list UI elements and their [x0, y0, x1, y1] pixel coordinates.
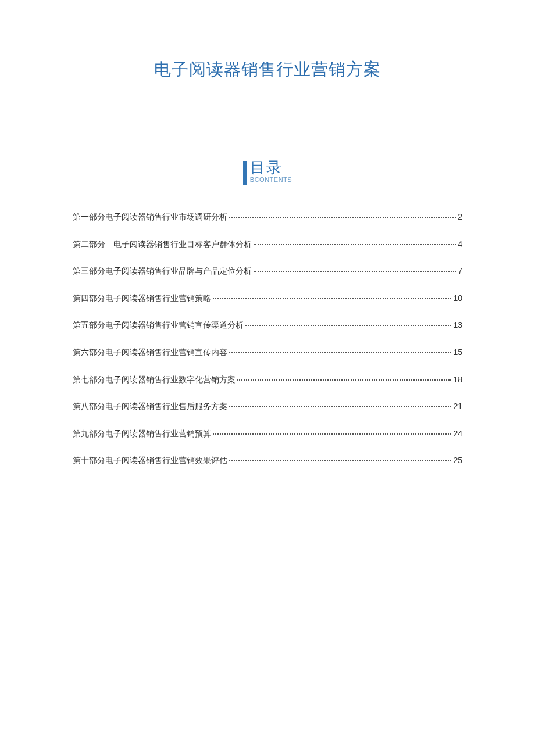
toc-item: 第六部分电子阅读器销售行业营销宣传内容 15 — [73, 347, 462, 359]
toc-sublabel: BCONTENTS — [250, 176, 292, 183]
document-page: 电子阅读器销售行业营销方案 目录 BCONTENTS 第一部分电子阅读器销售行业… — [0, 0, 535, 467]
toc-item: 第五部分电子阅读器销售行业营销宣传渠道分析 13 — [73, 320, 462, 331]
toc-item-text: 第一部分电子阅读器销售行业市场调研分析 — [73, 212, 227, 223]
toc-item-page: 15 — [453, 347, 462, 359]
toc-item-page: 18 — [453, 374, 462, 386]
toc-item: 第一部分电子阅读器销售行业市场调研分析 2 — [73, 212, 462, 223]
toc-leader-dots — [213, 433, 451, 435]
toc-item-page: 10 — [453, 293, 462, 304]
toc-item-text: 第五部分电子阅读器销售行业营销宣传渠道分析 — [73, 320, 244, 331]
toc-leader-dots — [254, 244, 456, 245]
toc-item: 第九部分电子阅读器销售行业营销预算 24 — [73, 428, 462, 440]
toc-accent-bar — [243, 161, 247, 185]
toc-leader-dots — [237, 379, 451, 381]
toc-label-group: 目录 BCONTENTS — [250, 160, 292, 183]
toc-item-page: 25 — [453, 455, 462, 467]
toc-item: 第二部分 电子阅读器销售行业目标客户群体分析 4 — [73, 239, 462, 250]
toc-item-page: 24 — [453, 428, 462, 440]
toc-label: 目录 — [250, 160, 283, 175]
toc-item: 第七部分电子阅读器销售行业数字化营销方案 18 — [73, 374, 462, 386]
toc-leader-dots — [229, 217, 456, 218]
page-title: 电子阅读器销售行业营销方案 — [73, 58, 462, 81]
toc-item: 第十部分电子阅读器销售行业营销效果评估 25 — [73, 455, 462, 467]
toc-item-text: 第八部分电子阅读器销售行业售后服务方案 — [73, 401, 227, 413]
toc-leader-dots — [254, 271, 456, 272]
toc-item-page: 13 — [453, 320, 462, 331]
toc-header: 目录 BCONTENTS — [73, 160, 462, 185]
toc-list: 第一部分电子阅读器销售行业市场调研分析 2 第二部分 电子阅读器销售行业目标客户… — [73, 212, 462, 467]
toc-item: 第八部分电子阅读器销售行业售后服务方案 21 — [73, 401, 462, 413]
toc-item-page: 2 — [458, 212, 462, 223]
toc-leader-dots — [245, 325, 451, 326]
toc-item-text: 第三部分电子阅读器销售行业品牌与产品定位分析 — [73, 266, 252, 277]
toc-item-text: 第九部分电子阅读器销售行业营销预算 — [73, 428, 211, 440]
toc-item-text: 第六部分电子阅读器销售行业营销宣传内容 — [73, 347, 227, 359]
toc-leader-dots — [229, 460, 451, 461]
toc-leader-dots — [229, 352, 451, 353]
toc-item-text: 第二部分 电子阅读器销售行业目标客户群体分析 — [73, 239, 252, 250]
toc-item-page: 7 — [458, 266, 462, 277]
toc-item: 第三部分电子阅读器销售行业品牌与产品定位分析 7 — [73, 266, 462, 277]
toc-item-text: 第十部分电子阅读器销售行业营销效果评估 — [73, 455, 227, 467]
toc-leader-dots — [213, 298, 451, 299]
toc-item-text: 第四部分电子阅读器销售行业营销策略 — [73, 293, 211, 304]
toc-item-page: 4 — [458, 239, 462, 250]
toc-item-text: 第七部分电子阅读器销售行业数字化营销方案 — [73, 374, 236, 386]
toc-leader-dots — [229, 406, 451, 407]
toc-item-page: 21 — [453, 401, 462, 413]
toc-item: 第四部分电子阅读器销售行业营销策略 10 — [73, 293, 462, 304]
